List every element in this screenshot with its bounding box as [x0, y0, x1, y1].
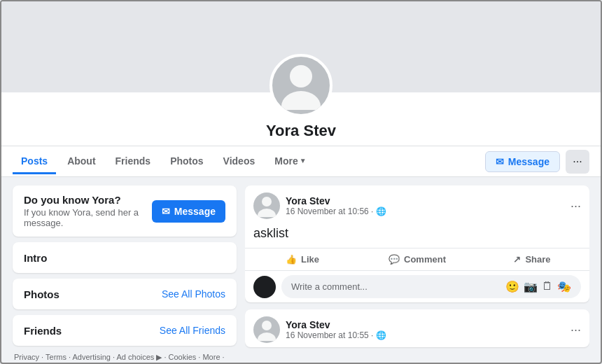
svg-point-2 [262, 197, 272, 206]
camera-icon[interactable]: 📷 [524, 280, 538, 293]
main-content: Do you know Yora? If you know Yora, send… [1, 177, 601, 364]
friends-label: Friends [24, 325, 62, 337]
svg-point-4 [262, 321, 272, 330]
tab-about[interactable]: About [59, 150, 104, 174]
profile-nav: Posts About Friends Photos Videos More ▼… [1, 146, 601, 177]
avatar [270, 54, 332, 117]
share-button-1[interactable]: ↗ Share [475, 250, 589, 269]
like-button-1[interactable]: 👍 Like [245, 250, 360, 269]
post-meta-2: Yora Stev 16 November at 10:55 · 🌐 [286, 319, 565, 340]
photos-label: Photos [24, 288, 59, 300]
see-all-friends-link[interactable]: See All Friends [160, 325, 225, 336]
comment-user-avatar [253, 276, 276, 298]
right-feed: Yora Stev 16 November at 10:56 · 🌐 ··· a… [245, 186, 589, 364]
svg-point-1 [281, 91, 321, 110]
chevron-down-icon: ▼ [300, 157, 307, 164]
nav-tabs: Posts About Friends Photos Videos More ▼ [13, 150, 485, 174]
post-avatar-1 [253, 192, 280, 219]
sticker-icon[interactable]: 🗒 [542, 280, 553, 293]
know-yora-card: Do you know Yora? If you know Yora, send… [13, 186, 237, 237]
like-icon: 👍 [286, 254, 297, 265]
post-more-button-1[interactable]: ··· [570, 199, 581, 214]
messenger-blue-icon: ✉ [162, 206, 170, 217]
photos-section: Photos See All Photos [13, 279, 237, 309]
intro-section: Intro [13, 242, 237, 273]
comment-input-wrapper[interactable]: Write a comment... 🙂 📷 🗒 🎭 [281, 275, 581, 298]
gif-icon[interactable]: 🎭 [557, 280, 571, 293]
know-yora-message-button[interactable]: ✉ Message [152, 200, 225, 223]
post-header-1: Yora Stev 16 November at 10:56 · 🌐 ··· [245, 186, 589, 223]
left-sidebar: Do you know Yora? If you know Yora, send… [13, 186, 237, 364]
post-time-2: 16 November at 10:55 · 🌐 [286, 330, 565, 340]
post-author-2[interactable]: Yora Stev [286, 319, 565, 330]
nav-actions: ✉ Message ··· [485, 150, 589, 174]
emoji-icon[interactable]: 🙂 [505, 280, 519, 293]
see-all-photos-link[interactable]: See All Photos [162, 288, 225, 300]
intro-label: Intro [24, 252, 47, 264]
friends-section: Friends See All Friends [13, 315, 237, 346]
post-header-2: Yora Stev 16 November at 10:55 · 🌐 ··· [245, 309, 589, 347]
nav-more-button[interactable]: ··· [566, 150, 589, 174]
post-card-2: Yora Stev 16 November at 10:55 · 🌐 ··· [245, 309, 589, 347]
nav-message-button[interactable]: ✉ Message [485, 151, 560, 172]
messenger-icon: ✉ [496, 156, 504, 167]
post-card-1: Yora Stev 16 November at 10:56 · 🌐 ··· a… [245, 186, 589, 302]
svg-point-0 [290, 65, 312, 88]
comment-icon: 💬 [388, 254, 400, 265]
share-icon: ↗ [513, 254, 521, 265]
profile-name: Yora Stev [1, 122, 601, 140]
post-time-1: 16 November at 10:56 · 🌐 [286, 206, 565, 216]
post-meta-1: Yora Stev 16 November at 10:56 · 🌐 [286, 195, 565, 216]
tab-friends[interactable]: Friends [107, 150, 160, 174]
comment-placeholder: Write a comment... [291, 281, 368, 292]
footer-links: Privacy · Terms · Advertising · Ad choic… [13, 351, 237, 364]
know-yora-title: Do you know Yora? [24, 194, 152, 206]
tab-posts[interactable]: Posts [13, 150, 56, 174]
post-avatar-2 [253, 316, 280, 343]
tab-videos[interactable]: Videos [215, 150, 264, 174]
post-actions-1: 👍 Like 💬 Comment ↗ Share [245, 248, 589, 270]
svg-point-5 [258, 332, 276, 341]
comment-button-1[interactable]: 💬 Comment [360, 250, 475, 269]
cover-photo [1, 1, 601, 92]
post-body-1: asklist [245, 223, 589, 248]
tab-photos[interactable]: Photos [162, 150, 211, 174]
svg-point-3 [258, 209, 276, 217]
post-author-1[interactable]: Yora Stev [286, 195, 565, 206]
comment-area-1: Write a comment... 🙂 📷 🗒 🎭 [245, 270, 589, 302]
know-yora-subtitle: If you know Yora, send her a message. [24, 207, 152, 228]
tab-more[interactable]: More ▼ [266, 150, 314, 174]
post-more-button-2[interactable]: ··· [570, 323, 581, 337]
comment-emoji-area: 🙂 📷 🗒 🎭 [505, 280, 571, 293]
